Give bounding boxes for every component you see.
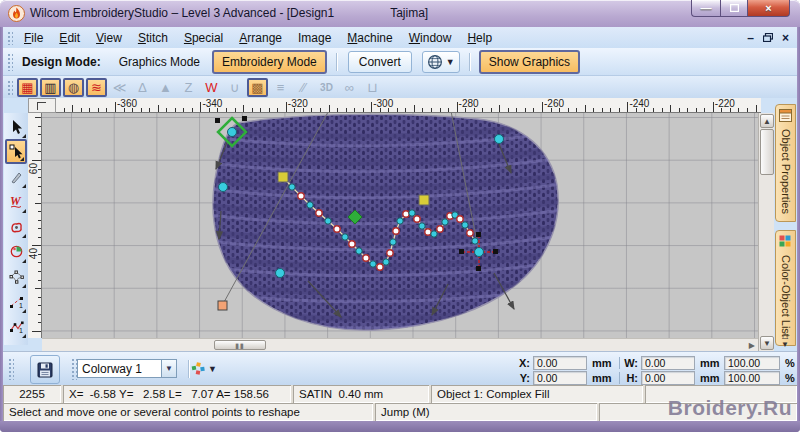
stitch-node[interactable] bbox=[298, 193, 304, 199]
stitch-effect-icon[interactable]: W bbox=[201, 78, 222, 97]
stitch-node[interactable] bbox=[307, 202, 313, 208]
toolbar-grip[interactable] bbox=[7, 357, 14, 380]
knife-tool[interactable] bbox=[5, 164, 27, 189]
zigzag-fill-icon[interactable]: ≋ bbox=[86, 78, 107, 97]
flexi-split-icon[interactable]: Z bbox=[178, 78, 199, 97]
stitch-node[interactable] bbox=[409, 210, 415, 216]
polygon-tool[interactable] bbox=[5, 264, 27, 289]
minimize-button[interactable]: — bbox=[691, 0, 720, 17]
applique-tool[interactable] bbox=[5, 239, 27, 264]
menu-arrange[interactable]: Arrange bbox=[231, 29, 290, 47]
stitch-node[interactable] bbox=[403, 211, 409, 217]
horizontal-scrollbar[interactable]: ▮▮ ▶ bbox=[42, 338, 758, 351]
hatch-pen-icon[interactable]: ∕∕ bbox=[293, 78, 314, 97]
menu-image[interactable]: Image bbox=[290, 29, 339, 47]
column-stitch-icon[interactable]: ∪ bbox=[224, 78, 245, 97]
stitch-node[interactable] bbox=[425, 229, 431, 235]
menu-special[interactable]: Special bbox=[176, 29, 231, 47]
toolbar-grip[interactable] bbox=[6, 30, 13, 45]
save-button[interactable] bbox=[30, 355, 60, 384]
stitch-node[interactable] bbox=[397, 218, 403, 224]
h-field[interactable]: 0.00 bbox=[641, 371, 695, 385]
scale-h-field[interactable]: 100.00 bbox=[724, 371, 780, 385]
scale-w-field[interactable]: 100.00 bbox=[724, 356, 780, 370]
stitch-node[interactable] bbox=[457, 216, 463, 222]
stitch-node[interactable] bbox=[377, 264, 383, 270]
3d-warp-icon[interactable]: 3D bbox=[316, 78, 337, 97]
gradient-fill-icon[interactable]: ▲ bbox=[155, 78, 176, 97]
stitch-node[interactable] bbox=[431, 231, 437, 237]
motif-fill-icon[interactable]: ◍ bbox=[63, 78, 84, 97]
stitch-node[interactable] bbox=[472, 238, 478, 244]
pattern-fill-icon[interactable]: ▩ bbox=[247, 78, 268, 97]
embroidery-object[interactable] bbox=[202, 114, 577, 330]
penline-tool[interactable]: 1 bbox=[5, 289, 27, 314]
show-graphics-button[interactable]: Show Graphics bbox=[479, 50, 580, 74]
graphics-mode-button[interactable]: Graphics Mode bbox=[111, 52, 208, 72]
stitch-node[interactable] bbox=[363, 255, 369, 261]
stitch-node[interactable] bbox=[356, 248, 362, 254]
scroll-up-button[interactable]: ▲ bbox=[760, 114, 774, 128]
embroidery-mode-button[interactable]: Embroidery Mode bbox=[212, 50, 327, 74]
stitch-node[interactable] bbox=[393, 228, 399, 234]
menu-stitch[interactable]: Stitch bbox=[130, 29, 176, 47]
mdi-minimize-button[interactable]: – bbox=[747, 33, 754, 43]
mdi-restore-button[interactable] bbox=[763, 33, 773, 43]
visualize-icon[interactable]: ∞ bbox=[339, 78, 360, 97]
stitch-node[interactable] bbox=[370, 261, 376, 267]
chevron-down-icon[interactable]: ▼ bbox=[161, 360, 176, 377]
stitch-node[interactable] bbox=[442, 219, 448, 225]
design-canvas[interactable] bbox=[42, 113, 758, 338]
contour-stitch-icon[interactable]: ≪ bbox=[109, 78, 130, 97]
maximize-button[interactable] bbox=[720, 0, 747, 17]
stitch-node[interactable] bbox=[342, 234, 348, 240]
toolbar-grip[interactable] bbox=[70, 357, 77, 380]
tab-scroll-arrows[interactable]: △▼ bbox=[777, 331, 793, 349]
reshape-tool[interactable] bbox=[5, 139, 27, 164]
fill-crosshatch-icon[interactable]: ▦ bbox=[17, 78, 38, 97]
colorway-select[interactable]: Colorway 1 ▼ bbox=[77, 359, 177, 378]
stitch-node[interactable] bbox=[349, 241, 355, 247]
close-button[interactable]: × bbox=[747, 0, 790, 17]
polyline-tool[interactable]: 1 bbox=[5, 314, 27, 339]
fusion-fill-icon[interactable]: ∆ bbox=[132, 78, 153, 97]
y-field[interactable]: 0.00 bbox=[533, 371, 587, 385]
horizontal-scroll-thumb[interactable]: ▮▮ bbox=[214, 340, 266, 350]
hoop-globe-button[interactable]: ▼ bbox=[422, 51, 460, 73]
colorway-editor-button[interactable]: ▼ bbox=[189, 359, 219, 378]
toolbar-grip[interactable] bbox=[6, 79, 13, 94]
stitch-node[interactable] bbox=[419, 223, 425, 229]
stitch-node[interactable] bbox=[289, 184, 295, 190]
tatami-fill-icon[interactable]: ▥ bbox=[40, 78, 61, 97]
toolbar-grip[interactable] bbox=[6, 52, 13, 71]
stitch-node[interactable] bbox=[467, 230, 473, 236]
tab-color-object-list[interactable]: Color-Object List bbox=[775, 230, 796, 346]
ruler-origin-box[interactable] bbox=[28, 98, 56, 113]
menu-file[interactable]: File bbox=[16, 29, 51, 47]
menu-machine[interactable]: Machine bbox=[339, 29, 400, 47]
menu-window[interactable]: Window bbox=[401, 29, 460, 47]
stitch-node[interactable] bbox=[334, 226, 340, 232]
stitch-node[interactable] bbox=[387, 250, 393, 256]
vertical-scroll-thumb[interactable] bbox=[760, 129, 774, 175]
stitch-node[interactable] bbox=[316, 210, 322, 216]
w-field[interactable]: 0.00 bbox=[641, 356, 695, 370]
stitch-node[interactable] bbox=[414, 216, 420, 222]
title-bar[interactable]: Wilcom EmbroideryStudio – Level 3 Advanc… bbox=[0, 0, 800, 27]
closed-shape-tool[interactable] bbox=[5, 214, 27, 239]
convert-button[interactable]: Convert bbox=[348, 51, 412, 73]
select-tool[interactable] bbox=[5, 114, 27, 139]
scroll-right-button[interactable]: ▶ bbox=[749, 341, 755, 350]
menu-help[interactable]: Help bbox=[459, 29, 500, 47]
stitch-node[interactable] bbox=[437, 226, 443, 232]
basket-weave-icon[interactable]: ⊔ bbox=[362, 78, 383, 97]
vertical-scrollbar[interactable]: ▲ ▼ bbox=[758, 113, 774, 351]
tab-object-properties[interactable]: Object Properties bbox=[775, 104, 796, 222]
stitch-node[interactable] bbox=[325, 218, 331, 224]
parallel-lines-icon[interactable]: ≡ bbox=[270, 78, 291, 97]
stitch-node[interactable] bbox=[462, 222, 468, 228]
stitch-node[interactable] bbox=[390, 239, 396, 245]
lettering-tool[interactable]: W bbox=[5, 189, 27, 214]
scroll-down-button[interactable]: ▼ bbox=[760, 336, 774, 350]
menu-edit[interactable]: Edit bbox=[51, 29, 88, 47]
